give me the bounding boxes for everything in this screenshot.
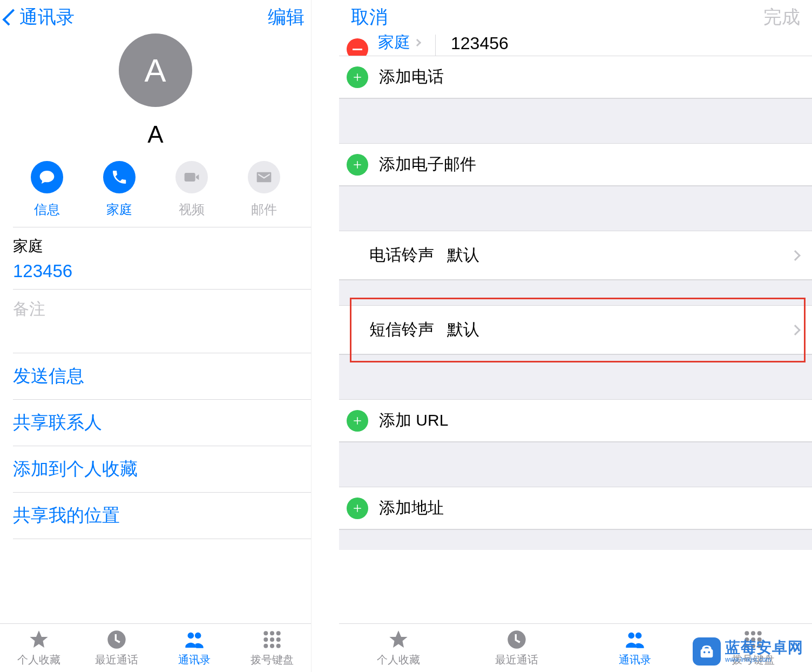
nav-bar: 通讯录 编辑 bbox=[0, 0, 311, 35]
add-email-label: 添加电子邮件 bbox=[379, 153, 476, 176]
svg-point-1 bbox=[263, 631, 268, 635]
action-mail: 邮件 bbox=[248, 161, 280, 218]
tab-label: 个人收藏 bbox=[17, 653, 60, 667]
share-contact-link[interactable]: 共享联系人 bbox=[13, 400, 311, 446]
action-label: 视频 bbox=[179, 201, 205, 218]
add-phone-row[interactable]: 添加电话 bbox=[339, 56, 812, 98]
plus-icon bbox=[347, 66, 368, 88]
video-icon bbox=[175, 161, 208, 193]
tab-recents[interactable]: 最近通话 bbox=[457, 624, 576, 672]
plus-icon bbox=[347, 498, 368, 519]
plus-icon bbox=[347, 410, 368, 432]
send-message-link[interactable]: 发送信息 bbox=[13, 353, 311, 399]
action-label: 邮件 bbox=[251, 201, 277, 218]
star-icon bbox=[28, 629, 50, 650]
clock-icon bbox=[506, 629, 527, 650]
keypad-icon bbox=[742, 629, 764, 650]
tab-label: 最近通话 bbox=[495, 653, 538, 667]
tab-label: 拨号键盘 bbox=[732, 653, 775, 667]
detail-list: 家庭 123456 备注 发送信息 共享联系人 添加到个人收藏 共享我的位置 bbox=[0, 227, 311, 539]
contact-name: A bbox=[147, 121, 163, 148]
svg-point-13 bbox=[757, 631, 761, 635]
edit-body: 家庭 123456 添加电话 添加电子邮件 电话铃声 默认 短信铃声 默认 bbox=[339, 35, 812, 550]
phone-icon bbox=[103, 161, 136, 193]
tab-label: 最近通话 bbox=[95, 653, 138, 667]
svg-point-4 bbox=[263, 637, 268, 642]
action-video: 视频 bbox=[175, 161, 208, 218]
edit-button[interactable]: 编辑 bbox=[268, 5, 304, 30]
svg-point-7 bbox=[263, 644, 268, 648]
svg-point-18 bbox=[751, 644, 755, 648]
svg-point-16 bbox=[757, 637, 761, 642]
tab-keypad[interactable]: 拨号键盘 bbox=[233, 624, 311, 672]
message-icon bbox=[31, 161, 63, 193]
texttone-row[interactable]: 短信铃声 默认 bbox=[339, 306, 812, 354]
tab-label: 通讯录 bbox=[178, 653, 211, 667]
ringtone-value: 默认 bbox=[447, 244, 479, 266]
svg-point-15 bbox=[751, 637, 755, 642]
tab-label: 拨号键盘 bbox=[251, 653, 294, 667]
svg-point-19 bbox=[757, 644, 761, 648]
svg-point-3 bbox=[276, 631, 281, 635]
existing-phone-row[interactable]: 家庭 123456 bbox=[339, 35, 812, 56]
clock-icon bbox=[106, 629, 127, 650]
action-row: 信息 家庭 视频 邮件 bbox=[0, 161, 311, 218]
share-location-link[interactable]: 共享我的位置 bbox=[13, 493, 311, 539]
tab-recents[interactable]: 最近通话 bbox=[78, 624, 155, 672]
tab-contacts[interactable]: 通讯录 bbox=[576, 624, 694, 672]
phone-label: 家庭 bbox=[13, 236, 311, 257]
svg-point-9 bbox=[276, 644, 281, 648]
contacts-icon bbox=[184, 629, 205, 650]
keypad-icon bbox=[261, 629, 283, 650]
add-url-label: 添加 URL bbox=[379, 409, 448, 432]
add-address-label: 添加地址 bbox=[379, 497, 444, 519]
add-favorite-link[interactable]: 添加到个人收藏 bbox=[13, 446, 311, 492]
done-button: 完成 bbox=[763, 5, 800, 30]
add-url-row[interactable]: 添加 URL bbox=[339, 400, 812, 442]
add-email-row[interactable]: 添加电子邮件 bbox=[339, 144, 812, 186]
action-label: 信息 bbox=[34, 201, 60, 218]
chevron-right-icon bbox=[790, 250, 801, 261]
contacts-icon bbox=[624, 629, 646, 650]
back-label: 通讯录 bbox=[19, 5, 75, 30]
avatar: A bbox=[119, 33, 192, 107]
phone-type: 家庭 bbox=[378, 35, 410, 53]
svg-point-14 bbox=[745, 637, 749, 642]
tab-favorites[interactable]: 个人收藏 bbox=[0, 624, 78, 672]
tab-keypad[interactable]: 拨号键盘 bbox=[694, 624, 812, 672]
svg-point-6 bbox=[276, 637, 281, 642]
add-address-row[interactable]: 添加地址 bbox=[339, 487, 812, 529]
svg-point-2 bbox=[270, 631, 274, 635]
mail-icon bbox=[248, 161, 280, 193]
svg-point-17 bbox=[745, 644, 749, 648]
svg-point-11 bbox=[745, 631, 749, 635]
contact-detail-pane: 通讯录 编辑 A A 信息 家庭 视频 bbox=[0, 0, 312, 672]
edit-nav-bar: 取消 完成 bbox=[339, 0, 812, 35]
add-phone-label: 添加电话 bbox=[379, 66, 444, 88]
chevron-right-icon bbox=[790, 325, 801, 335]
chevron-left-icon bbox=[2, 9, 19, 25]
tab-bar: 个人收藏 最近通话 通讯录 拨号键盘 bbox=[0, 623, 311, 672]
svg-point-8 bbox=[270, 644, 274, 648]
tab-favorites[interactable]: 个人收藏 bbox=[339, 624, 457, 672]
chevron-right-icon bbox=[414, 38, 421, 46]
action-message[interactable]: 信息 bbox=[31, 161, 63, 218]
minus-icon[interactable] bbox=[347, 38, 368, 56]
texttone-value: 默认 bbox=[447, 319, 479, 341]
back-button[interactable]: 通讯录 bbox=[6, 5, 75, 30]
ringtone-row[interactable]: 电话铃声 默认 bbox=[339, 231, 812, 280]
svg-point-12 bbox=[751, 631, 755, 635]
tab-label: 个人收藏 bbox=[377, 653, 420, 667]
contact-edit-pane: 取消 完成 家庭 123456 添加电话 添加电子邮件 电话铃声 默认 bbox=[339, 0, 812, 672]
tab-label: 通讯录 bbox=[619, 653, 651, 667]
cancel-button[interactable]: 取消 bbox=[351, 5, 388, 30]
tab-contacts[interactable]: 通讯录 bbox=[155, 624, 233, 672]
action-label: 家庭 bbox=[106, 201, 132, 218]
phone-item[interactable]: 家庭 123456 bbox=[13, 227, 311, 289]
plus-icon bbox=[347, 154, 368, 176]
action-call[interactable]: 家庭 bbox=[103, 161, 136, 218]
notes-field[interactable]: 备注 bbox=[13, 290, 311, 353]
phone-value: 123456 bbox=[451, 35, 509, 53]
ringtone-label: 电话铃声 bbox=[369, 244, 434, 266]
avatar-area: A A bbox=[0, 35, 311, 161]
